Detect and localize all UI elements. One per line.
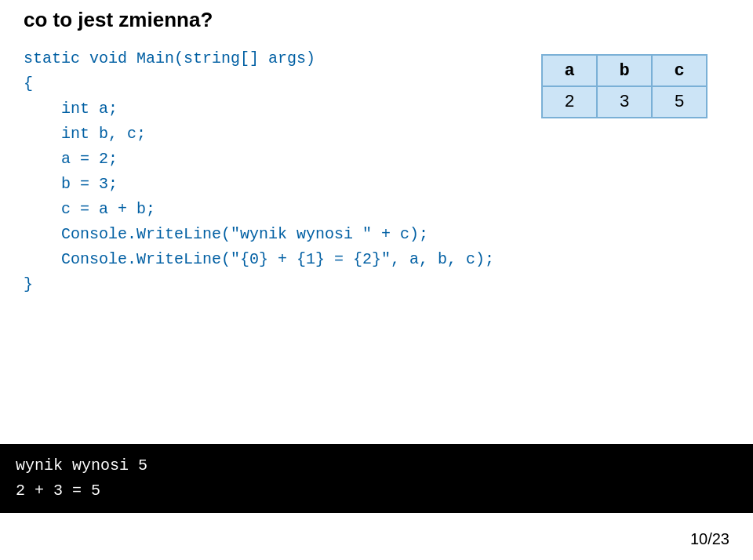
code-line-9: Console.WriteLine("{0} + {1} = {2}", a, … (24, 247, 494, 272)
table-header-c: c (652, 55, 707, 86)
table-value-c: 5 (652, 86, 707, 118)
page-heading: co to jest zmienna? (24, 8, 729, 32)
page-number: 10/23 (690, 530, 729, 548)
variable-table: a b c 2 3 5 (541, 54, 708, 118)
code-line-1: static void Main(string[] args) (24, 46, 494, 71)
keyword-static: static (24, 49, 80, 67)
code-line-8: Console.WriteLine("wynik wynosi " + c); (24, 222, 494, 247)
code-area: static void Main(string[] args) { int a;… (24, 46, 729, 297)
main-content: co to jest zmienna? static void Main(str… (0, 0, 753, 313)
code-block: static void Main(string[] args) { int a;… (24, 46, 494, 297)
table-header-b: b (597, 55, 652, 86)
code-line-2: { (24, 71, 494, 96)
code-line-7: c = a + b; (24, 197, 494, 222)
variable-table-container: a b c 2 3 5 (541, 54, 708, 118)
table-value-b: 3 (597, 86, 652, 118)
code-line-4: int b, c; (24, 122, 494, 147)
table-header-a: a (542, 55, 597, 86)
output-line-2: 2 + 3 = 5 (16, 478, 737, 504)
code-line-5: a = 2; (24, 147, 494, 172)
code-line-10: } (24, 272, 494, 297)
method-main: Main(string[] args) (136, 49, 315, 67)
output-area: wynik wynosi 5 2 + 3 = 5 (0, 444, 753, 513)
code-line-3: int a; (24, 96, 494, 122)
keyword-void: void (89, 49, 127, 67)
output-line-1: wynik wynosi 5 (16, 453, 737, 478)
table-value-a: 2 (542, 86, 597, 118)
code-line-6: b = 3; (24, 172, 494, 197)
